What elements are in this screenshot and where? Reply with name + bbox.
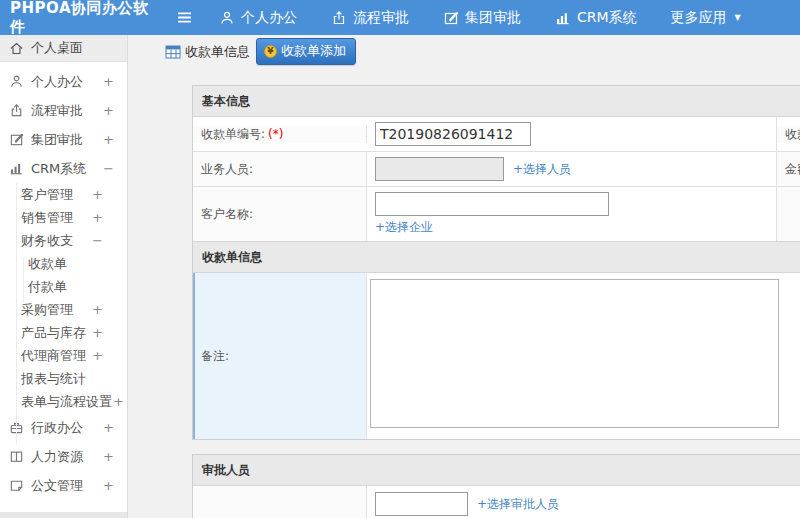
sidebar-item-crm-system[interactable]: CRM系统 − <box>0 154 127 183</box>
expand-toggle[interactable]: + <box>103 478 114 493</box>
sidebar-item-agent-mgmt[interactable]: 代理商管理 + <box>0 344 127 367</box>
select-company-link[interactable]: +选择企业 <box>375 219 433 236</box>
expand-toggle[interactable]: + <box>103 74 114 89</box>
field-label: 设置审批人员:(*) <box>193 486 367 518</box>
section-header-receipt-info: 收款单信息 <box>193 241 800 273</box>
sidebar-item-workflow-approval[interactable]: 流程审批 + <box>0 96 127 125</box>
share-icon <box>331 10 347 26</box>
top-navigation: 个人办公 流程审批 集团审批 CRM系统 更多应用 ▼ <box>219 9 775 27</box>
expand-toggle[interactable]: + <box>92 348 103 363</box>
expand-toggle[interactable]: + <box>92 302 103 317</box>
select-approver-link[interactable]: +选择审批人员 <box>477 496 559 513</box>
form-row-remark: 备注: <box>193 273 800 439</box>
user-icon <box>9 74 24 89</box>
form-row-salesperson: 业务人员: +选择人员 金额: <box>193 152 800 187</box>
sidebar-item-personal-office[interactable]: 个人办公 + <box>0 67 127 96</box>
field-label: 客户名称: <box>193 187 367 241</box>
field-cell <box>367 273 800 439</box>
approver-panel: 审批人员 设置审批人员:(*) +选择审批人员 提醒审批人员: 短消息 <box>192 454 800 518</box>
nav-personal-office[interactable]: 个人办公 <box>219 9 297 27</box>
sidebar-item-hr[interactable]: 人力资源 + <box>0 442 127 471</box>
topbar: PHPOA协同办公软件 个人办公 流程审批 集团审批 CRM系统 <box>0 0 800 35</box>
sidebar-item-reports-stats[interactable]: 报表与统计 <box>0 367 127 390</box>
sidebar-item-sales-mgmt[interactable]: 销售管理 + <box>0 206 127 229</box>
field-label-right: 收款单 <box>777 126 800 143</box>
expand-toggle[interactable]: + <box>103 132 114 147</box>
expand-toggle[interactable]: + <box>92 325 103 340</box>
hamburger-menu-icon[interactable] <box>176 9 193 26</box>
collapse-toggle[interactable]: − <box>92 233 103 248</box>
sidebar-item-customer-mgmt[interactable]: 客户管理 + <box>0 183 127 206</box>
caret-down-icon: ▼ <box>735 13 741 22</box>
sidebar-hscrollbar[interactable] <box>0 512 127 518</box>
expand-toggle[interactable]: + <box>103 420 114 435</box>
sidebar-item-document-mgmt[interactable]: 公文管理 + <box>0 471 127 500</box>
section-header-basic: 基本信息 <box>193 86 800 117</box>
expand-toggle[interactable]: + <box>103 449 114 464</box>
remark-textarea[interactable] <box>370 279 779 428</box>
bar-chart-icon <box>555 10 571 26</box>
sidebar-item-payment[interactable]: 付款单 <box>0 275 127 298</box>
form-row-approver: 设置审批人员:(*) +选择审批人员 提醒审批人员: 短消息提示 注: 流程第一… <box>193 486 800 518</box>
field-label-right <box>777 187 800 241</box>
sidebar-item-finance[interactable]: 财务收支 − <box>0 229 127 252</box>
sidebar-item-product-inventory[interactable]: 产品与库存 + <box>0 321 127 344</box>
collapse-toggle[interactable]: − <box>103 161 114 176</box>
expand-toggle[interactable]: + <box>103 103 114 118</box>
field-label: 收款单编号:(*) <box>193 126 367 143</box>
money-icon <box>264 45 277 58</box>
expand-toggle[interactable]: + <box>92 210 103 225</box>
sidebar: 个人桌面 个人办公 + 流程审批 + 集团审批 <box>0 35 128 518</box>
edit-icon <box>443 10 459 26</box>
bar-chart-icon <box>9 161 24 176</box>
form-row-receipt-no: 收款单编号:(*) 收款单 <box>193 117 800 152</box>
customer-name-input[interactable] <box>375 192 609 216</box>
approver-input[interactable] <box>375 492 468 516</box>
user-icon <box>219 10 235 26</box>
share-icon <box>9 103 24 118</box>
field-cell: +选择人员 <box>367 152 777 186</box>
remark-label: 备注: <box>193 273 367 439</box>
edit-icon <box>9 132 24 147</box>
tab-receipt-info[interactable]: 收款单信息 <box>165 43 250 61</box>
tab-bar: 收款单信息 收款单添加 <box>128 35 800 68</box>
nav-more-apps[interactable]: 更多应用 ▼ <box>671 9 741 27</box>
sidebar-item-receipt[interactable]: 收款单 <box>0 252 127 275</box>
book-icon <box>9 449 24 464</box>
select-person-link[interactable]: +选择人员 <box>513 161 571 178</box>
sidebar-item-admin-office[interactable]: 行政办公 + <box>0 413 127 442</box>
field-cell <box>367 117 777 151</box>
field-label-right: 金额: <box>777 152 800 186</box>
app-title: PHPOA协同办公软件 <box>0 0 158 37</box>
nav-group-approval[interactable]: 集团审批 <box>443 9 521 27</box>
field-cell: +选择审批人员 提醒审批人员: 短消息提示 注: 流程第一步审批人员，这里选择你… <box>367 486 800 518</box>
tab-receipt-add-active[interactable]: 收款单添加 <box>256 38 356 65</box>
sidebar-item-group-approval[interactable]: 集团审批 + <box>0 125 127 154</box>
document-icon <box>9 478 24 493</box>
tree-indent-line <box>16 183 17 445</box>
table-icon <box>165 45 181 59</box>
expand-toggle[interactable]: + <box>113 394 124 409</box>
sidebar-item-purchase-mgmt[interactable]: 采购管理 + <box>0 298 127 321</box>
section-header-approver: 审批人员 <box>193 455 800 486</box>
home-icon <box>9 41 24 56</box>
form-area: 基本信息 收款单编号:(*) 收款单 业务人员: <box>128 68 800 518</box>
main-content: 收款单信息 收款单添加 基本信息 收款单编号:(*) 收款单 <box>128 35 800 518</box>
basic-info-panel: 基本信息 收款单编号:(*) 收款单 业务人员: <box>192 85 800 440</box>
nav-crm-system[interactable]: CRM系统 <box>555 9 637 27</box>
required-mark: (*) <box>268 127 283 141</box>
sidebar-item-desktop[interactable]: 个人桌面 <box>0 35 127 62</box>
receipt-no-input[interactable] <box>375 122 531 146</box>
salesperson-input[interactable] <box>375 157 504 181</box>
nav-workflow-approval[interactable]: 流程审批 <box>331 9 409 27</box>
tree-indent-line <box>23 257 24 303</box>
expand-toggle[interactable]: + <box>92 187 103 202</box>
sidebar-item-form-workflow-settings[interactable]: 表单与流程设置 + <box>0 390 127 413</box>
form-row-customer: 客户名称: +选择企业 <box>193 187 800 242</box>
field-label: 业务人员: <box>193 152 367 186</box>
field-cell: +选择企业 <box>367 187 777 241</box>
